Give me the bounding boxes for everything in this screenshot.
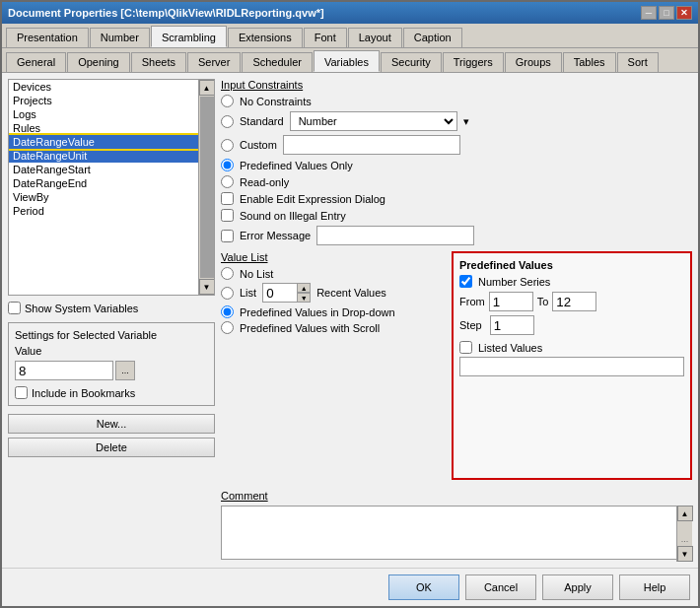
- tab-presentation[interactable]: Presentation: [6, 28, 89, 47]
- predefined-only-label: Predefined Values Only: [240, 160, 353, 171]
- tab-sort[interactable]: Sort: [617, 52, 659, 72]
- predefined-values-section: Predefined Values Number Series From To …: [452, 251, 692, 480]
- readonly-label: Read-only: [240, 176, 289, 188]
- apply-button[interactable]: Apply: [542, 574, 613, 600]
- tab-groups[interactable]: Groups: [505, 52, 562, 72]
- input-constraints-options: No Constraints Standard Number Text Inte…: [221, 95, 692, 245]
- comment-scroll-dots: ···: [681, 536, 689, 546]
- predefined-only-radio[interactable]: [221, 159, 234, 171]
- custom-input[interactable]: [283, 135, 460, 155]
- tab-security[interactable]: Security: [381, 52, 442, 72]
- tab-sheets[interactable]: Sheets: [131, 52, 186, 72]
- readonly-radio[interactable]: [221, 175, 234, 188]
- delete-variable-button[interactable]: Delete: [8, 438, 215, 457]
- value-row: Value: [15, 345, 208, 357]
- include-bookmarks-checkbox[interactable]: [15, 386, 28, 399]
- number-series-label: Number Series: [478, 276, 550, 288]
- no-list-radio[interactable]: [221, 267, 234, 280]
- list-item-daterangeend[interactable]: DateRangeEnd: [9, 176, 198, 190]
- main-window: Document Properties [C:\temp\QlikView\RI…: [0, 0, 700, 608]
- predefined-dropdown-radio[interactable]: [221, 305, 234, 318]
- no-list-label: No List: [240, 268, 273, 280]
- no-constraints-radio[interactable]: [221, 95, 234, 107]
- tab-number[interactable]: Number: [90, 28, 150, 47]
- number-series-row: Number Series: [459, 275, 684, 288]
- listed-values-checkbox[interactable]: [459, 341, 472, 354]
- main-content: Devices Projects Logs Rules DateRangeVal…: [2, 73, 698, 568]
- list-item-devices[interactable]: Devices: [9, 80, 198, 94]
- custom-row: Custom: [221, 135, 692, 155]
- include-bookmarks-label: Include in Bookmarks: [15, 386, 208, 399]
- tab-triggers[interactable]: Triggers: [443, 52, 504, 72]
- scroll-up-btn[interactable]: ▲: [199, 80, 215, 96]
- tab-layout[interactable]: Layout: [348, 28, 402, 47]
- comment-scrollbar[interactable]: ▲ ··· ▼: [676, 506, 692, 562]
- number-series-checkbox[interactable]: [459, 275, 472, 288]
- comment-textarea[interactable]: [221, 506, 692, 560]
- tab-font[interactable]: Font: [304, 28, 347, 47]
- spin-up-button[interactable]: ▲: [297, 283, 311, 293]
- maximize-button[interactable]: □: [659, 6, 674, 20]
- variable-listbox[interactable]: Devices Projects Logs Rules DateRangeVal…: [9, 80, 214, 295]
- list-item-viewby[interactable]: ViewBy: [9, 190, 198, 204]
- error-message-input[interactable]: [316, 226, 474, 245]
- comment-scroll-up[interactable]: ▲: [677, 506, 693, 521]
- value-input[interactable]: [15, 361, 113, 380]
- list-item-period[interactable]: Period: [9, 204, 198, 218]
- listed-values-label: Listed Values: [478, 342, 542, 354]
- spin-down-button[interactable]: ▼: [297, 293, 311, 303]
- tab-row-1: Presentation Number Scrambling Extension…: [2, 24, 698, 48]
- variable-listbox-container: Devices Projects Logs Rules DateRangeVal…: [8, 79, 215, 296]
- list-item-rules[interactable]: Rules: [9, 121, 198, 135]
- help-button[interactable]: Help: [619, 574, 690, 600]
- step-input[interactable]: [490, 315, 534, 335]
- tab-caption[interactable]: Caption: [403, 28, 462, 47]
- comment-textarea-wrap: ▲ ··· ▼: [221, 506, 692, 562]
- tab-extensions[interactable]: Extensions: [228, 28, 303, 47]
- standard-dropdown[interactable]: Number Text Integer Real: [290, 111, 457, 131]
- tab-row-2: General Opening Sheets Server Scheduler …: [2, 48, 698, 73]
- list-radio[interactable]: [221, 287, 234, 300]
- to-input[interactable]: [552, 292, 596, 311]
- error-message-checkbox[interactable]: [221, 230, 234, 242]
- listed-values-input[interactable]: [459, 357, 684, 376]
- predefined-dropdown-row: Predefined Values in Drop-down: [221, 305, 446, 318]
- tab-opening[interactable]: Opening: [67, 52, 130, 72]
- sound-on-illegal-label: Sound on Illegal Entry: [240, 210, 346, 222]
- tab-general[interactable]: General: [6, 52, 66, 72]
- custom-label: Custom: [240, 139, 277, 151]
- enable-edit-expression-checkbox[interactable]: [221, 192, 234, 205]
- custom-radio[interactable]: [221, 139, 234, 152]
- tab-scheduler[interactable]: Scheduler: [242, 52, 313, 72]
- scroll-thumb[interactable]: [200, 97, 214, 278]
- tab-variables[interactable]: Variables: [314, 50, 380, 72]
- minimize-button[interactable]: ─: [641, 6, 657, 20]
- window-controls: ─ □ ✕: [641, 6, 692, 20]
- standard-radio[interactable]: [221, 115, 234, 128]
- list-item-daterangeunit[interactable]: DateRangeUnit: [9, 149, 198, 163]
- tab-scrambling[interactable]: Scrambling: [151, 26, 227, 47]
- sound-on-illegal-checkbox[interactable]: [221, 209, 234, 222]
- tab-tables[interactable]: Tables: [563, 52, 616, 72]
- value-input-row: ...: [15, 361, 208, 380]
- browse-button[interactable]: ...: [115, 361, 135, 380]
- cancel-button[interactable]: Cancel: [465, 574, 536, 600]
- list-item-daterangestart[interactable]: DateRangeStart: [9, 163, 198, 176]
- enable-edit-expression-label: Enable Edit Expression Dialog: [240, 193, 385, 205]
- list-item-daterangevalue[interactable]: DateRangeValue: [9, 135, 198, 149]
- list-item-logs[interactable]: Logs: [9, 107, 198, 121]
- include-bookmarks-row: Include in Bookmarks: [15, 386, 208, 399]
- show-system-variables-checkbox[interactable]: [8, 302, 21, 314]
- scroll-down-btn[interactable]: ▼: [199, 279, 215, 295]
- close-button[interactable]: ✕: [676, 6, 692, 20]
- predefined-scroll-radio[interactable]: [221, 321, 234, 334]
- new-variable-button[interactable]: New...: [8, 414, 215, 434]
- tab-server[interactable]: Server: [187, 52, 241, 72]
- list-spinner-input[interactable]: [262, 283, 297, 303]
- list-item-projects[interactable]: Projects: [9, 94, 198, 107]
- ok-button[interactable]: OK: [388, 574, 459, 600]
- listbox-scrollbar[interactable]: ▲ ▼: [198, 80, 214, 295]
- from-input[interactable]: [489, 292, 533, 311]
- comment-scroll-down[interactable]: ▼: [677, 546, 693, 562]
- listed-values-row: Listed Values: [459, 341, 684, 354]
